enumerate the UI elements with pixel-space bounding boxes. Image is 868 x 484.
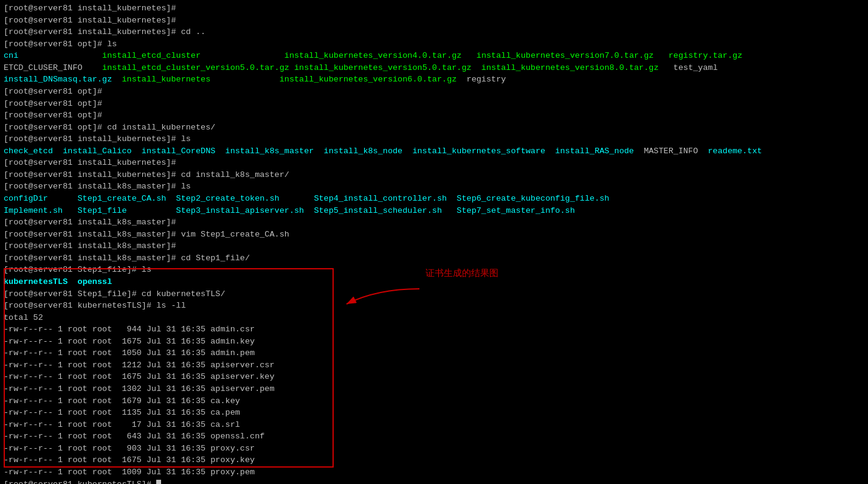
terminal-line: Implement.sh Step1_file Step3_install_ap… (4, 205, 864, 217)
terminal-line: -rw-r--r-- 1 root root 17 Jul 31 16:35 c… (4, 419, 864, 431)
terminal-line: [root@server81 install_kubernetes]# (4, 157, 864, 169)
terminal-line: [root@server81 install_kubernetes]# ls (4, 133, 864, 145)
terminal-line: [root@server81 kubernetesTLS]# (4, 479, 864, 485)
terminal-line: [root@server81 install_kubernetes]# (4, 15, 864, 27)
terminal-line: [root@server81 install_k8s_master]# cd S… (4, 252, 864, 264)
annotation-arrow (340, 280, 425, 316)
terminal-line: [root@server81 install_k8s_master]# vim … (4, 229, 864, 241)
terminal-line: [root@server81 opt]# (4, 98, 864, 110)
terminal-line: [root@server81 install_k8s_master]# (4, 240, 864, 252)
terminal-line: [root@server81 install_k8s_master]# (4, 216, 864, 229)
terminal-line: cni install_etcd_cluster install_kuberne… (4, 50, 864, 62)
terminal-line: -rw-r--r-- 1 root root 1675 Jul 31 16:35… (4, 336, 864, 348)
terminal-line: total 52 (4, 312, 864, 324)
terminal-line: [root@server81 Step1_file]# cd kubernete… (4, 288, 864, 300)
terminal-line: [root@server81 install_k8s_master]# ls (4, 181, 864, 193)
terminal-line: -rw-r--r-- 1 root root 903 Jul 31 16:35 … (4, 443, 864, 455)
terminal-line: configDir Step1_create_CA.sh Step2_creat… (4, 193, 864, 205)
terminal-line: [root@server81 install_kubernetes]# cd i… (4, 169, 864, 181)
terminal-line: [root@server81 kubernetesTLS]# ls -ll (4, 300, 864, 312)
annotation-text: 证书生成的结果图 (425, 268, 498, 279)
terminal: [root@server81 install_kubernetes]# [roo… (0, 0, 868, 484)
terminal-line: -rw-r--r-- 1 root root 1675 Jul 31 16:35… (4, 454, 864, 466)
terminal-line: [root@server81 install_kubernetes]# (4, 2, 864, 15)
terminal-line: -rw-r--r-- 1 root root 1675 Jul 31 16:35… (4, 371, 864, 383)
terminal-line: -rw-r--r-- 1 root root 643 Jul 31 16:35 … (4, 430, 864, 443)
terminal-line: -rw-r--r-- 1 root root 944 Jul 31 16:35 … (4, 323, 864, 336)
terminal-line: ETCD_CLUSER_INFO install_etcd_cluster_ve… (4, 62, 864, 74)
terminal-line: [root@server81 install_kubernetes]# cd .… (4, 26, 864, 38)
terminal-line: -rw-r--r-- 1 root root 1135 Jul 31 16:35… (4, 407, 864, 419)
terminal-line: check_etcd install_Calico install_CoreDN… (4, 145, 864, 157)
terminal-line: [root@server81 opt]# (4, 109, 864, 122)
terminal-line: [root@server81 opt]# (4, 86, 864, 98)
terminal-line: -rw-r--r-- 1 root root 1212 Jul 31 16:35… (4, 359, 864, 372)
terminal-line: -rw-r--r-- 1 root root 1302 Jul 31 16:35… (4, 383, 864, 395)
terminal-line: [root@server81 opt]# ls (4, 38, 864, 50)
terminal-line: -rw-r--r-- 1 root root 1009 Jul 31 16:35… (4, 466, 864, 479)
terminal-line: -rw-r--r-- 1 root root 1050 Jul 31 16:35… (4, 347, 864, 359)
terminal-line: install_DNSmasq.tar.gz install_kubernete… (4, 74, 864, 86)
terminal-line: [root@server81 opt]# cd install_kubernet… (4, 122, 864, 134)
terminal-line: -rw-r--r-- 1 root root 1679 Jul 31 16:35… (4, 395, 864, 407)
